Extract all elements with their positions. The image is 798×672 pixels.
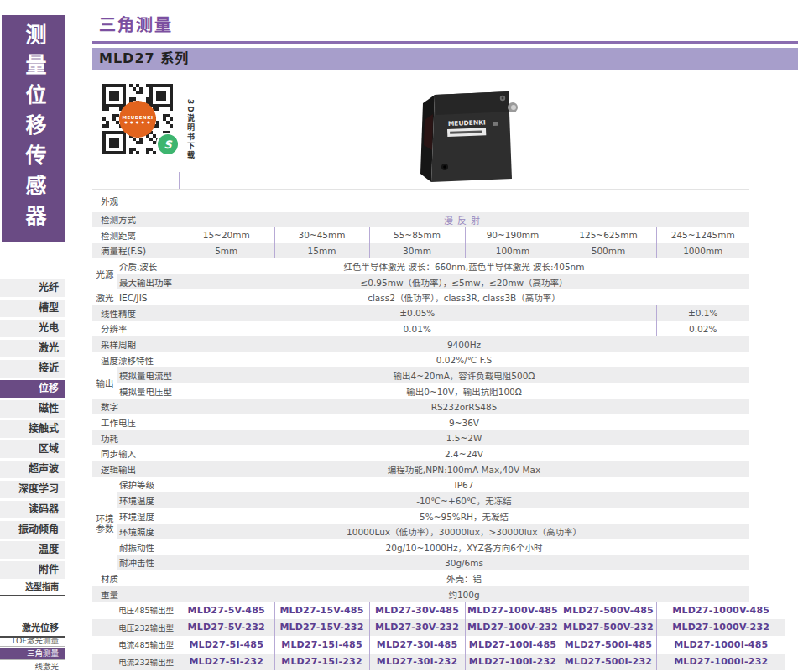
model-number: MLD27-100V-485 [465,602,561,619]
model-number: MLD27-500I-232 [561,654,656,671]
sidebar-item-area[interactable]: 区域 [0,440,65,458]
model-number: MLD27-15I-232 [274,654,369,671]
spec-row-label: 材质 [92,570,179,586]
qr-code-image: MEUDENKI ● ● ● ● ● S [101,82,175,156]
spec-value: ±0.05% [179,305,656,321]
spec-value: 漫反射 [179,212,749,228]
spec-group-label-line: 环境 [92,513,117,524]
spec-sub-label: 耐冲击性 [117,555,179,571]
model-number: MLD27-1000I-232 [656,654,785,671]
spec-sub-label: 模拟量电流型 [117,367,179,383]
product-brand-text: MEUDENKI [448,118,486,128]
spec-row-temp-drift: 温度漂移特性 0.02%/℃ F.S [92,352,749,368]
spec-row-resolution: 分辨率 0.01% 0.02% [92,321,749,337]
spec-value: 输出0~10V，输出抗阻100Ω [179,383,749,399]
product-photo: MEUDENKI [420,86,520,187]
model-row-voltage-232: 电压232输出型 MLD27-5V-232 MLD27-15V-232 MLD2… [92,619,785,637]
spec-row-label: 数字 [92,399,179,415]
spec-value: 30mm [369,243,465,259]
spec-sub-label: 环境湿度 [117,508,179,524]
spec-value: 10000Lux（低功率），30000lux，>30000lux（高功率） [179,524,749,539]
sidebar-item-photoelectric[interactable]: 光电 [0,320,65,337]
spec-value: 5mm [179,243,274,259]
qr-center-logo: MEUDENKI ● ● ● ● ● [119,101,156,138]
spec-row-weight: 重量 约100g [92,586,749,602]
spec-sub-label: 耐振动性 [117,539,179,555]
spec-sub-label: 保护等级 [117,477,179,493]
subnav-item-tof-laser[interactable]: TOF激光测量 [0,635,65,647]
sidebar-item-ultrasonic[interactable]: 超声波 [0,461,65,478]
sidebar-item-laser[interactable]: 激光 [0,340,65,357]
sidebar-item-code-reader[interactable]: 读码器 [0,501,65,518]
spec-row-label: 外观 [92,190,179,212]
spec-value: 输出4~20mA，容许负载电阻500Ω [179,367,749,383]
spec-table: 外观 检测方式 漫反射 检测距离 15~20mm 30~45mm 55~85mm… [92,189,749,602]
spec-value: 2.4~24V [179,445,749,461]
spec-value: 90~190mm [465,227,561,243]
spec-group-label: 环境 参数 [92,477,117,571]
page-title: 三角测量 [99,12,173,36]
spec-row-full-scale: 满量程(F.S) 5mm 15mm 30mm 100mm 500mm 1000m… [92,243,749,259]
spec-row-sampling-period: 采样周期 9400Hz [92,336,749,352]
model-number: MLD27-100I-232 [465,654,561,671]
sidebar-item-magnetic[interactable]: 磁性 [0,400,65,418]
model-number: MLD27-500I-485 [561,636,656,654]
sidebar-item-accessories[interactable]: 附件 [0,561,65,579]
spec-row-vibration: 耐振动性 20g/10~1000Hz，XYZ各方向6个小时 [92,539,749,555]
spec-row-shock: 耐冲击性 30g/6ms [92,555,749,571]
spec-row-label: 功耗 [92,430,179,446]
spec-row-sync-input: 同步输入 2.4~24V [92,445,749,461]
sidebar-item-temperature[interactable]: 温度 [0,541,65,559]
model-number: MLD27-30I-232 [369,654,465,671]
model-number: MLD27-5V-485 [179,602,274,619]
sidebar-item-proximity[interactable]: 接近 [0,360,65,378]
spec-value: 100mm [465,243,561,259]
spec-value: 9400Hz [179,336,749,352]
spec-row-logic-output: 逻辑输出 编程功能,NPN:100mA Max,40V Max [92,461,749,477]
sidebar-item-fiber[interactable]: 光纤 [0,279,65,297]
spec-sub-label: 最大输出功率 [117,274,179,290]
title-rule [92,41,798,44]
spec-value: 125~625mm [561,227,656,243]
spec-row-label: 工作电压 [92,414,179,430]
sidebar-selection-guide-link[interactable]: 选型指南 [0,580,65,596]
spec-value: 30g/6ms [179,555,749,571]
spec-row-ambient-humidity: 环境湿度 5%~95%RH，无凝结 [92,508,749,524]
spec-group-label: 光源 [92,258,117,289]
sidebar-item-deep-learning[interactable]: 深度学习 [0,481,65,498]
subnav-item-triangulation[interactable]: 三角测量 [0,648,65,660]
sidebar-item-contact[interactable]: 接触式 [0,420,65,438]
spec-value: 0.01% [179,321,656,337]
spec-value: 1000mm [656,243,749,259]
model-number: MLD27-1000I-485 [656,636,785,654]
spec-sub-label: IEC/JIS [117,289,179,305]
spec-group-label: 输出 [92,367,117,399]
mini-program-icon: S [156,133,180,156]
model-number: MLD27-30V-232 [369,619,465,637]
spec-value: 500mm [561,243,656,259]
spec-sub-label: 介质.波长 [117,258,179,274]
spec-row-label: 检测方式 [92,212,179,228]
spec-value: 20g/10~1000Hz，XYZ各方向6个小时 [179,539,749,555]
model-number: MLD27-30I-485 [369,636,465,654]
spec-group-label-line: 参数 [92,524,117,534]
spec-value: class2（低功率），class3R, class3B（高功率） [179,289,749,305]
model-number: MLD27-5I-232 [179,654,274,671]
spec-row-iec-jis: 激光 IEC/JIS class2（低功率），class3R, class3B（… [92,289,749,305]
spec-row-detect-distance: 检测距离 15~20mm 30~45mm 55~85mm 90~190mm 12… [92,227,749,243]
spec-row-label: 逻辑输出 [92,461,179,477]
spec-row-label: 温度漂移特性 [92,352,179,368]
sidebar-item-displacement[interactable]: 位移 [0,380,65,398]
sidebar-item-vibration-tilt[interactable]: 振动倾角 [0,521,65,539]
spec-row-label: 重量 [92,586,179,602]
spec-row-analog-current: 输出 模拟量电流型 输出4~20mA，容许负载电阻500Ω [92,367,749,383]
subnav-item-line-laser[interactable]: 线激光 [0,661,65,672]
spec-row-label: 同步输入 [92,445,179,461]
model-row-label: 电压485输出型 [92,602,179,619]
sidebar-item-slot[interactable]: 槽型 [0,300,65,317]
spec-row-linearity: 线性精度 ±0.05% ±0.1% [92,305,749,321]
model-row-current-485: 电流485输出型 MLD27-5I-485 MLD27-15I-485 MLD2… [92,636,785,654]
model-number: MLD27-1000V-485 [656,602,785,619]
spec-row-ambient-light: 环境照度 10000Lux（低功率），30000lux，>30000lux（高功… [92,524,749,539]
spec-value: 5%~95%RH，无凝结 [179,508,749,524]
